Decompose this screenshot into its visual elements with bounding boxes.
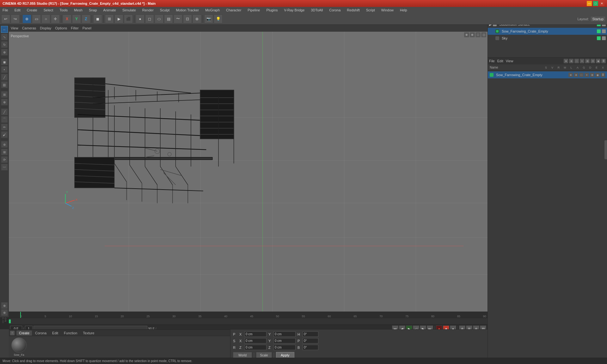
toolbar-model-mode[interactable]: ◼ [93, 15, 102, 23]
toolbar-rect-select[interactable]: ▭ [32, 15, 41, 23]
am-view[interactable]: View [506, 59, 513, 63]
viewport-menu-view[interactable]: View [11, 26, 18, 30]
tool-grid[interactable]: ⊞ [1, 149, 8, 155]
menu-select[interactable]: Select [42, 8, 55, 13]
menu-window[interactable]: Window [380, 8, 395, 13]
h-input[interactable] [303, 331, 318, 337]
menu-3dtoall[interactable]: 3DToAll [310, 8, 324, 13]
tool-obj-mode[interactable]: ◼ [1, 58, 8, 65]
x-pos-input[interactable] [244, 331, 267, 337]
viewport-menu-filter[interactable]: Filter [71, 26, 78, 30]
menu-script[interactable]: Script [365, 8, 376, 13]
am-btn4[interactable]: ≡ [580, 59, 584, 63]
menu-pipeline[interactable]: Pipeline [246, 8, 261, 13]
toolbar-render-region[interactable]: ⊞ [105, 15, 114, 23]
toolbar-circle-select[interactable]: ○ [41, 15, 50, 23]
tab-texture[interactable]: Texture [80, 331, 97, 336]
tool-poly-mode[interactable]: ▥ [1, 81, 8, 88]
menu-v-ray-bridge[interactable]: V-Ray Bridge [283, 8, 306, 13]
p-input[interactable] [303, 338, 318, 343]
toolbar-cylinder[interactable]: ⬭ [155, 15, 163, 23]
material-ball-1[interactable] [11, 337, 27, 353]
scale-button[interactable]: Scale [256, 352, 272, 358]
viewport-icon4[interactable]: ◻ [481, 32, 486, 37]
menu-animate[interactable]: Animate [102, 8, 117, 13]
menu-mesh[interactable]: Mesh [73, 8, 84, 13]
viewport-menu-cameras[interactable]: Cameras [22, 26, 36, 30]
tool-rotate[interactable]: ↻ [1, 41, 8, 48]
obj-vis-sow[interactable] [602, 29, 606, 33]
tool-pen[interactable]: ✏ [1, 124, 8, 130]
tool-scale[interactable]: ⤡ [1, 33, 8, 40]
toolbar-plane[interactable]: ▤ [164, 15, 173, 23]
tab-corona[interactable]: Corona [33, 331, 49, 336]
viewport-menu-options[interactable]: Options [55, 26, 67, 30]
am-file[interactable]: File [489, 59, 495, 63]
tool-line[interactable]: ╱ [1, 108, 8, 115]
obj-row-sow[interactable]: Sow_Farrowing_Crate_Empty [488, 28, 607, 35]
mat-panel-icon[interactable]: ≡ [10, 331, 15, 335]
tool-select[interactable]: ⊕ [1, 49, 8, 56]
menu-render[interactable]: Render [141, 8, 155, 13]
tool-sculpt[interactable]: 〰 [1, 164, 8, 171]
menu-file[interactable]: File [1, 8, 9, 13]
toolbar-render-view[interactable]: ▶ [114, 15, 123, 23]
toolbar-sweep[interactable]: 〜 [174, 15, 182, 23]
menu-tools[interactable]: Tools [58, 8, 69, 13]
attr-icon4[interactable]: ≡ [585, 73, 589, 77]
attr-row-sow[interactable]: Sow_Farrowing_Crate_Empty ⊕ ⊗ □ ≡ ⊞ ◉ ≣ [488, 71, 607, 78]
obj-check-sow[interactable] [597, 29, 601, 33]
right-sidebar-expand-tab[interactable] [604, 140, 607, 159]
attr-icon3[interactable]: □ [579, 73, 584, 77]
am-btn6[interactable]: ⊡ [591, 59, 595, 63]
minimize-button[interactable]: — [587, 1, 592, 6]
toolbar-cube[interactable]: ◻ [145, 15, 154, 23]
obj-row-sky[interactable]: Sky [488, 35, 607, 42]
toolbar-undo[interactable]: ↩ [1, 15, 10, 23]
menu-corona[interactable]: Corona [328, 8, 342, 13]
menu-create[interactable]: Create [26, 8, 39, 13]
toolbar-sphere[interactable]: ● [136, 15, 144, 23]
viewport-menu-panel[interactable]: Panel [83, 26, 91, 30]
menu-simulate[interactable]: Simulate [121, 8, 137, 13]
tool-magnet[interactable]: ⊛ [1, 141, 8, 148]
b-input[interactable] [303, 345, 318, 350]
toolbar-render[interactable]: ⬛ [124, 15, 133, 23]
menu-snap[interactable]: Snap [88, 8, 98, 13]
tool-edge-mode[interactable]: ╱ [1, 74, 8, 81]
tab-create[interactable]: Create [16, 331, 32, 336]
am-btn5[interactable]: ⊞ [585, 59, 590, 63]
world-button[interactable]: World [233, 352, 252, 358]
menu-motion-tracker[interactable]: Motion Tracker [175, 8, 200, 13]
am-btn3[interactable]: □ [574, 59, 579, 63]
menu-plugins[interactable]: Plugins [265, 8, 279, 13]
obj-check-sky[interactable] [597, 36, 601, 40]
z-input[interactable] [244, 345, 267, 350]
tab-edit[interactable]: Edit [50, 331, 61, 336]
menu-help[interactable]: Help [399, 8, 408, 13]
material-item-1[interactable]: Sow_Fa [11, 337, 27, 356]
menu-redshift[interactable]: Redshift [346, 8, 361, 13]
toolbar-lathe[interactable]: ⊛ [193, 15, 201, 23]
scene-canvas[interactable]: X Y Z Grid Spacing: 100 cm [9, 32, 487, 317]
attr-icon1[interactable]: ⊕ [568, 73, 573, 77]
tool-extra1[interactable]: ⊕ [1, 302, 8, 309]
toolbar-z-axis[interactable]: Z [82, 15, 90, 23]
obj-vis-sky[interactable] [602, 36, 606, 40]
toolbar-move[interactable]: ✛ [51, 15, 60, 23]
toolbar-y-axis[interactable]: Y [72, 15, 81, 23]
close-button[interactable]: ✕ [599, 1, 604, 6]
tool-arc[interactable]: ⌒ [1, 116, 8, 123]
am-btn1[interactable]: ⊕ [564, 59, 568, 63]
am-btn8[interactable]: ≣ [601, 59, 606, 63]
z2-input[interactable] [273, 345, 296, 350]
tool-snap[interactable]: ⊞ [1, 91, 8, 98]
apply-button[interactable]: Apply [276, 352, 294, 358]
attr-icon6[interactable]: ◉ [595, 73, 600, 77]
viewport-menu-display[interactable]: Display [40, 26, 51, 30]
tool-point-mode[interactable]: • [1, 66, 8, 73]
toolbar-light[interactable]: 💡 [214, 15, 223, 23]
attr-icon2[interactable]: ⊗ [574, 73, 578, 77]
attr-icon5[interactable]: ⊞ [590, 73, 594, 77]
toolbar-live-select[interactable]: ⊕ [22, 15, 31, 23]
